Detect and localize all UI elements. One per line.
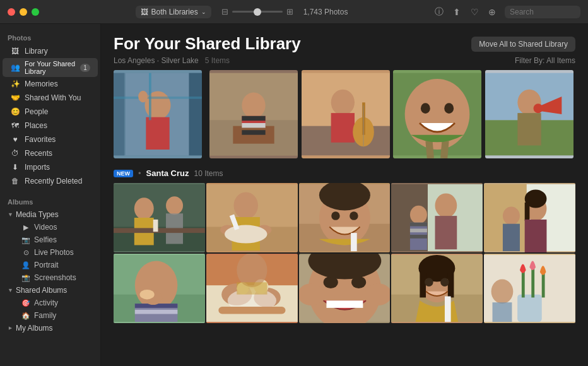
- svg-point-46: [233, 192, 258, 218]
- photo-sc-5[interactable]: [484, 183, 575, 252]
- sidebar-item-selfies-label: Selfies: [34, 235, 57, 244]
- svg-point-94: [237, 254, 267, 287]
- svg-rect-58: [351, 233, 357, 251]
- sidebar-item-portrait[interactable]: 👤 Portrait: [3, 259, 98, 271]
- photo-sc-4-image: [391, 183, 483, 252]
- sidebar-item-shared-library[interactable]: 👥 For Your Shared Library 1: [3, 58, 98, 77]
- photo-la-1[interactable]: [114, 70, 202, 158]
- zoom-slider[interactable]: [232, 11, 283, 13]
- dot-separator: •: [138, 168, 141, 178]
- svg-point-118: [491, 280, 514, 304]
- photo-sc-6[interactable]: [114, 254, 205, 323]
- search-input[interactable]: [505, 6, 580, 18]
- photo-sc-4[interactable]: [391, 183, 483, 252]
- albums-section-label: Albums: [0, 193, 100, 208]
- sidebar-item-live-photos[interactable]: ⊙ Live Photos: [3, 246, 98, 259]
- sidebar-item-places[interactable]: 🗺 Places: [3, 119, 98, 133]
- sidebar-item-live-photos-label: Live Photos: [34, 248, 74, 257]
- media-types-group-header[interactable]: ▼ Media Types: [3, 208, 98, 221]
- recents-icon: ⏱: [10, 148, 20, 158]
- shared-library-icon: 👥: [10, 62, 20, 73]
- favorites-icon: ♥: [10, 134, 20, 145]
- sidebar-item-screenshots-label: Screenshots: [34, 273, 76, 282]
- content-area: For Your Shared Library Move All to Shar…: [101, 24, 588, 366]
- photo-la-2[interactable]: [209, 70, 298, 158]
- la-item-count: 5 Items: [205, 56, 230, 65]
- photo-sc-1[interactable]: [114, 183, 205, 252]
- svg-rect-15: [242, 123, 265, 127]
- photo-la-5[interactable]: [485, 70, 573, 158]
- titlebar: 🖼 Both Libraries ⌄ ⊟ ⊞ 1,743 Photos ⓘ ⬆ …: [0, 0, 588, 24]
- sidebar-item-shared-with-you[interactable]: 🤝 Shared With You: [3, 91, 98, 105]
- sidebar-item-library[interactable]: 🖼 Library: [3, 44, 98, 58]
- sidebar-item-library-label: Library: [25, 47, 48, 56]
- svg-point-99: [365, 283, 391, 305]
- photo-sc-9[interactable]: [391, 254, 483, 323]
- sidebar-item-imports[interactable]: ⬇ Imports: [3, 160, 98, 174]
- svg-point-35: [533, 103, 543, 113]
- sidebar-item-portrait-label: Portrait: [34, 261, 59, 269]
- heart-icon[interactable]: ♡: [469, 7, 479, 17]
- svg-rect-2: [114, 73, 124, 156]
- sidebar-item-family-label: Family: [34, 311, 56, 320]
- share-icon[interactable]: ⬆: [452, 7, 462, 17]
- sidebar-item-favorites[interactable]: ♥ Favorites: [3, 133, 98, 146]
- svg-rect-119: [493, 302, 512, 322]
- minimize-button[interactable]: [20, 8, 27, 16]
- photo-count: 1,743 Photos: [303, 8, 348, 16]
- svg-point-50: [225, 225, 268, 244]
- photo-sc-3[interactable]: [299, 183, 391, 252]
- zoom-control: ⊟ ⊞: [221, 7, 293, 16]
- svg-rect-77: [503, 224, 520, 251]
- photo-la-3[interactable]: [302, 70, 390, 158]
- photo-sc-5-image: [484, 183, 575, 252]
- zoom-in-icon[interactable]: ⊞: [286, 7, 293, 16]
- svg-rect-14: [242, 116, 265, 121]
- la-location: Los Angeles · Silver Lake 5 Items: [114, 56, 230, 65]
- svg-point-98: [299, 283, 325, 305]
- sidebar-item-family[interactable]: 🏠 Family: [3, 309, 98, 322]
- my-albums-group-header[interactable]: ▼ My Albums: [3, 322, 98, 334]
- photo-sc-2[interactable]: [206, 183, 298, 252]
- recently-deleted-icon: 🗑: [10, 176, 20, 186]
- shared-albums-group-header[interactable]: ▼ Shared Albums: [3, 284, 98, 297]
- photo-la-2-image: [209, 70, 298, 158]
- photo-sc-10[interactable]: [484, 254, 575, 323]
- photo-sc-7[interactable]: [206, 254, 298, 323]
- places-icon: 🗺: [10, 121, 20, 131]
- close-button[interactable]: [8, 8, 15, 16]
- photo-la-4-image: [393, 70, 481, 158]
- sidebar-item-memories[interactable]: ✨ Memories: [3, 77, 98, 91]
- photo-la-4[interactable]: [393, 70, 481, 158]
- sidebar-item-screenshots[interactable]: 📸 Screenshots: [3, 271, 98, 284]
- photo-sc-1-image: [114, 183, 205, 252]
- sidebar-item-people-label: People: [25, 107, 48, 116]
- sidebar-item-imports-label: Imports: [25, 163, 50, 172]
- filter-button[interactable]: Filter By: All Items: [515, 56, 575, 65]
- svg-rect-34: [517, 113, 541, 145]
- sidebar-item-activity[interactable]: 🎯 Activity: [3, 297, 98, 309]
- svg-point-111: [441, 278, 450, 287]
- sidebar-item-selfies[interactable]: 📷 Selfies: [3, 233, 98, 246]
- svg-point-4: [144, 92, 170, 120]
- add-icon[interactable]: ⊕: [487, 7, 497, 17]
- zoom-out-icon[interactable]: ⊟: [221, 7, 228, 16]
- photo-la-5-image: [485, 70, 573, 158]
- my-albums-group-label: My Albums: [16, 324, 53, 333]
- traffic-lights: [8, 8, 39, 16]
- svg-point-110: [425, 278, 433, 287]
- svg-rect-16: [242, 130, 265, 134]
- page-title: For Your Shared Library: [114, 34, 301, 54]
- photo-sc-8[interactable]: [299, 254, 391, 323]
- move-all-button[interactable]: Move All to Shared Library: [471, 37, 575, 52]
- sidebar-item-recents[interactable]: ⏱ Recents: [3, 146, 98, 160]
- library-switcher-label: Both Libraries: [151, 8, 198, 16]
- maximize-button[interactable]: [32, 8, 39, 16]
- sidebar-item-videos[interactable]: ▶ Videos: [3, 221, 98, 233]
- sidebar-item-recently-deleted[interactable]: 🗑 Recently Deleted: [3, 174, 98, 188]
- info-icon[interactable]: ⓘ: [434, 7, 444, 17]
- activity-icon: 🎯: [21, 298, 30, 307]
- library-icon: 🖼: [10, 46, 20, 56]
- library-switcher[interactable]: 🖼 Both Libraries ⌄: [136, 6, 211, 18]
- sidebar-item-people[interactable]: 😊 People: [3, 105, 98, 119]
